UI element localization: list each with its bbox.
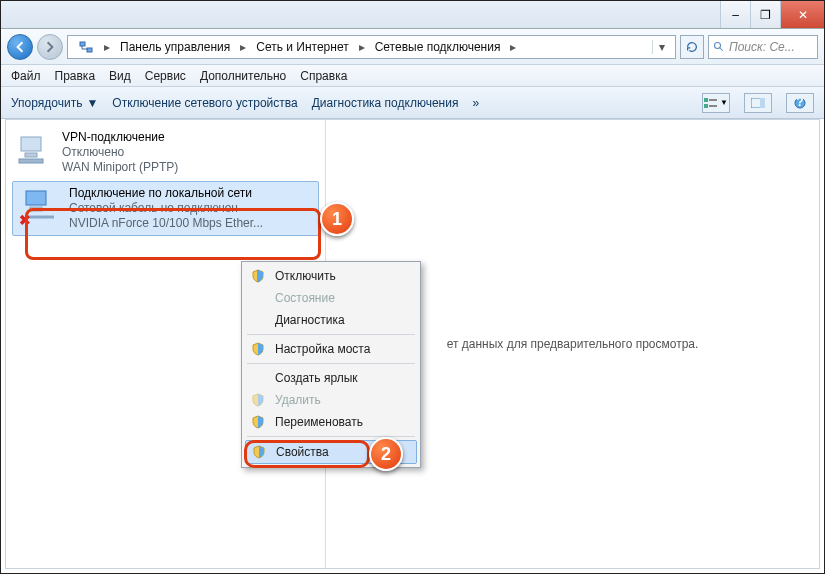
ctx-bridge[interactable]: Настройка моста: [245, 338, 417, 360]
ctx-label: Состояние: [275, 291, 335, 305]
svg-rect-6: [709, 105, 717, 107]
breadcrumb-sep: ▸: [238, 40, 248, 54]
breadcrumb-root-icon[interactable]: [72, 37, 100, 57]
preview-empty-text: ет данных для предварительного просмотра…: [447, 337, 699, 351]
shield-icon: [249, 342, 267, 356]
svg-rect-0: [80, 42, 85, 46]
minimize-icon: –: [732, 8, 739, 22]
toolbar-overflow[interactable]: »: [472, 96, 479, 110]
ctx-status: Состояние: [245, 287, 417, 309]
svg-rect-11: [21, 137, 41, 151]
arrow-right-icon: [44, 41, 56, 53]
ctx-label: Переименовать: [275, 415, 363, 429]
ctx-delete: Удалить: [245, 389, 417, 411]
svg-rect-13: [19, 159, 43, 163]
context-menu: Отключить Состояние Диагностика Настройк…: [241, 261, 421, 468]
organize-label: Упорядочить: [11, 96, 82, 110]
command-bar: Упорядочить ▼ Отключение сетевого устрой…: [1, 87, 824, 119]
connection-title: Подключение по локальной сети: [69, 186, 263, 201]
menu-help[interactable]: Справка: [300, 69, 347, 83]
svg-rect-12: [25, 153, 37, 157]
address-bar[interactable]: ▸ Панель управления ▸ Сеть и Интернет ▸ …: [67, 35, 676, 59]
connection-device: NVIDIA nForce 10/100 Mbps Ether...: [69, 216, 263, 231]
search-placeholder: Поиск: Се...: [729, 40, 795, 54]
menu-extra[interactable]: Дополнительно: [200, 69, 286, 83]
menu-edit[interactable]: Правка: [55, 69, 96, 83]
breadcrumb-item[interactable]: Панель управления: [114, 38, 236, 56]
refresh-icon: [685, 40, 699, 54]
connection-title: VPN-подключение: [62, 130, 178, 145]
close-icon: ✕: [798, 8, 808, 22]
connection-status: Сетевой кабель не подключен: [69, 201, 263, 216]
shield-icon: [250, 445, 268, 459]
minimize-button[interactable]: –: [720, 1, 750, 28]
help-icon: ?: [794, 97, 806, 109]
svg-rect-4: [709, 99, 717, 101]
ctx-rename[interactable]: Переименовать: [245, 411, 417, 433]
view-icon: [704, 98, 718, 108]
nav-row: ▸ Панель управления ▸ Сеть и Интернет ▸ …: [1, 29, 824, 65]
ctx-label: Диагностика: [275, 313, 345, 327]
connection-item-selected[interactable]: ✖ Подключение по локальной сети Сетевой …: [12, 181, 319, 236]
svg-point-2: [715, 42, 721, 48]
ctx-diagnose[interactable]: Диагностика: [245, 309, 417, 331]
connection-icon: [14, 130, 54, 170]
shield-icon: [249, 415, 267, 429]
back-button[interactable]: [7, 34, 33, 60]
svg-rect-5: [704, 104, 708, 108]
svg-rect-8: [760, 98, 765, 108]
chevron-down-icon: ▼: [86, 96, 98, 110]
search-box[interactable]: Поиск: Се...: [708, 35, 818, 59]
help-button[interactable]: ?: [786, 93, 814, 113]
arrow-left-icon: [14, 41, 26, 53]
organize-button[interactable]: Упорядочить ▼: [11, 96, 98, 110]
refresh-button[interactable]: [680, 35, 704, 59]
forward-button[interactable]: [37, 34, 63, 60]
svg-text:?: ?: [796, 97, 803, 109]
preview-pane-button[interactable]: [744, 93, 772, 113]
ctx-disable[interactable]: Отключить: [245, 265, 417, 287]
menu-bar: Файл Правка Вид Сервис Дополнительно Спр…: [1, 65, 824, 87]
ctx-label: Удалить: [275, 393, 321, 407]
connection-device: WAN Miniport (PPTP): [62, 160, 178, 175]
preview-pane-icon: [751, 98, 765, 108]
diagnose-button[interactable]: Диагностика подключения: [312, 96, 459, 110]
shield-icon: [249, 269, 267, 283]
ctx-shortcut[interactable]: Создать ярлык: [245, 367, 417, 389]
breadcrumb-sep: ▸: [508, 40, 518, 54]
chevron-down-icon: ▼: [720, 98, 728, 107]
maximize-icon: ❐: [760, 8, 771, 22]
search-icon: [713, 41, 725, 53]
close-button[interactable]: ✕: [780, 1, 824, 28]
shield-icon: [249, 393, 267, 407]
ctx-label: Создать ярлык: [275, 371, 358, 385]
menu-view[interactable]: Вид: [109, 69, 131, 83]
connection-status: Отключено: [62, 145, 178, 160]
network-icon: [78, 39, 94, 55]
maximize-button[interactable]: ❐: [750, 1, 780, 28]
svg-rect-14: [26, 191, 46, 205]
connection-item[interactable]: VPN-подключение Отключено WAN Miniport (…: [6, 126, 325, 179]
connection-icon: ✖: [21, 186, 61, 226]
breadcrumb-item[interactable]: Сеть и Интернет: [250, 38, 354, 56]
ctx-label: Свойства: [276, 445, 329, 459]
disable-device-button[interactable]: Отключение сетевого устройства: [112, 96, 297, 110]
breadcrumb-sep: ▸: [102, 40, 112, 54]
breadcrumb-sep: ▸: [357, 40, 367, 54]
ctx-label: Настройка моста: [275, 342, 370, 356]
view-mode-button[interactable]: ▼: [702, 93, 730, 113]
annotation-badge-1: 1: [320, 202, 354, 236]
window-titlebar: – ❐ ✕: [1, 1, 824, 29]
svg-rect-15: [30, 207, 42, 211]
address-history-dropdown[interactable]: ▾: [652, 40, 671, 54]
svg-rect-3: [704, 98, 708, 102]
annotation-badge-2: 2: [369, 437, 403, 471]
breadcrumb-item[interactable]: Сетевые подключения: [369, 38, 507, 56]
menu-tools[interactable]: Сервис: [145, 69, 186, 83]
ctx-label: Отключить: [275, 269, 336, 283]
menu-file[interactable]: Файл: [11, 69, 41, 83]
error-x-icon: ✖: [19, 212, 31, 228]
